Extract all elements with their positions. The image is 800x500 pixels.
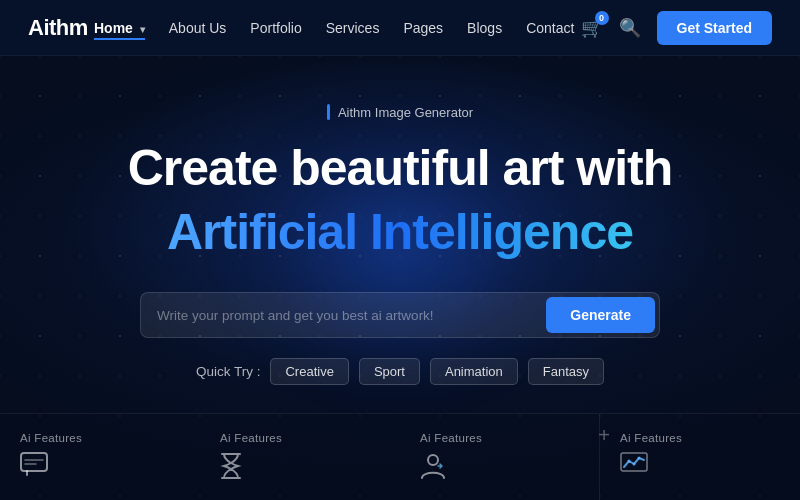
badge-bar bbox=[327, 104, 330, 120]
hero-content: Aithm Image Generator Create beautiful a… bbox=[128, 104, 673, 385]
feature-card-wrapper-1: Ai Features bbox=[0, 414, 200, 500]
nav-item-contact[interactable]: Contact bbox=[526, 19, 574, 37]
nav-item-blogs[interactable]: Blogs bbox=[467, 19, 502, 37]
feature-card-4: Ai Features bbox=[600, 414, 800, 496]
cart-button[interactable]: 🛒 0 bbox=[581, 17, 603, 39]
quick-tag-fantasy[interactable]: Fantasy bbox=[528, 358, 604, 385]
quick-tag-sport[interactable]: Sport bbox=[359, 358, 420, 385]
nav-item-services[interactable]: Services bbox=[326, 19, 380, 37]
nav-item-about[interactable]: About Us bbox=[169, 19, 227, 37]
svg-rect-4 bbox=[621, 453, 647, 471]
person-icon bbox=[420, 452, 446, 486]
feature-label-3: Ai Features bbox=[420, 432, 482, 444]
feature-card-1: Ai Features bbox=[0, 414, 200, 498]
chevron-down-icon: ▾ bbox=[140, 24, 145, 35]
feature-label-2: Ai Features bbox=[220, 432, 282, 444]
navbar: Aithm Home ▾ About Us Portfolio Services… bbox=[0, 0, 800, 56]
brand-logo[interactable]: Aithm bbox=[28, 15, 88, 41]
feature-card-wrapper-4: Ai Features bbox=[600, 414, 800, 500]
generate-button[interactable]: Generate bbox=[546, 297, 655, 333]
quick-tag-animation[interactable]: Animation bbox=[430, 358, 518, 385]
svg-rect-0 bbox=[21, 453, 47, 471]
quick-tag-creative[interactable]: Creative bbox=[270, 358, 348, 385]
hero-search-bar: Generate bbox=[140, 292, 660, 338]
search-button[interactable]: 🔍 bbox=[619, 17, 641, 39]
hourglass-icon bbox=[220, 452, 242, 486]
feature-card-wrapper-3: Ai Features + bbox=[400, 414, 600, 500]
nav-item-portfolio[interactable]: Portfolio bbox=[250, 19, 301, 37]
hero-title-line2: Artificial Intelligence bbox=[167, 202, 633, 262]
quick-try-label: Quick Try : bbox=[196, 364, 261, 379]
feature-card-3: Ai Features bbox=[400, 414, 600, 500]
svg-point-6 bbox=[633, 463, 636, 466]
features-row: Ai Features Ai Features bbox=[0, 413, 800, 500]
quick-try-row: Quick Try : Creative Sport Animation Fan… bbox=[196, 358, 604, 385]
get-started-button[interactable]: Get Started bbox=[657, 11, 772, 45]
nav-links: Home ▾ About Us Portfolio Services Pages… bbox=[94, 19, 574, 37]
nav-item-pages[interactable]: Pages bbox=[403, 19, 443, 37]
feature-label-1: Ai Features bbox=[20, 432, 82, 444]
feature-card-2: Ai Features bbox=[200, 414, 400, 500]
hero-title-line1: Create beautiful art with bbox=[128, 140, 673, 196]
prompt-input[interactable] bbox=[157, 300, 546, 331]
cart-badge: 0 bbox=[595, 11, 609, 25]
chart-icon bbox=[620, 452, 648, 482]
feature-label-4: Ai Features bbox=[620, 432, 682, 444]
nav-item-home[interactable]: Home ▾ bbox=[94, 19, 145, 37]
svg-point-3 bbox=[428, 455, 438, 465]
chat-icon bbox=[20, 452, 48, 484]
svg-point-7 bbox=[638, 457, 641, 460]
feature-card-wrapper-2: Ai Features bbox=[200, 414, 400, 500]
nav-right: 🛒 0 🔍 Get Started bbox=[581, 11, 772, 45]
plus-icon: + bbox=[598, 424, 610, 447]
hero-badge: Aithm Image Generator bbox=[327, 104, 473, 120]
hero-section: Aithm Image Generator Create beautiful a… bbox=[0, 56, 800, 500]
svg-point-5 bbox=[628, 460, 631, 463]
